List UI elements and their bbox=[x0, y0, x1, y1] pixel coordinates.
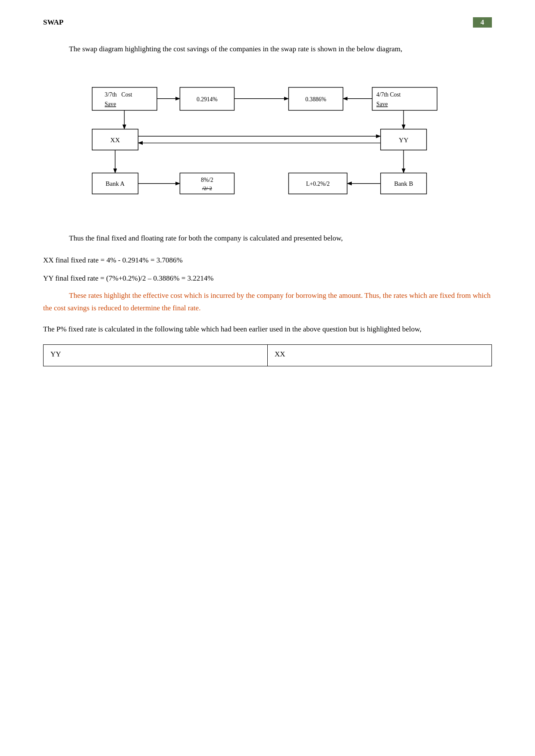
page: SWAP 4 The swap diagram highlighting the… bbox=[0, 0, 535, 756]
formula1: XX final fixed rate = 4% - 0.2914% = 3.7… bbox=[43, 253, 492, 267]
bottom-table: YY XX bbox=[43, 344, 492, 366]
colored-paragraph: These rates highlight the effective cost… bbox=[43, 290, 492, 315]
formula2: YY final fixed rate = (7%+0.2%)/2 – 0.38… bbox=[43, 272, 492, 285]
rate1-label2: /2/ 2 bbox=[202, 185, 212, 191]
header-title: SWAP bbox=[43, 18, 63, 27]
page-number: 4 bbox=[473, 17, 492, 28]
cost-save-xx-box bbox=[92, 87, 156, 110]
pct2-label: 0.3886% bbox=[305, 96, 326, 103]
plain-paragraph: The P% fixed rate is calculated in the f… bbox=[43, 323, 492, 336]
cost-save-xx-label1: 3/7th bbox=[104, 91, 116, 98]
rate2-label: L+0.2%/2 bbox=[306, 181, 329, 187]
cost-save-yy-label1: 4/7th Cost bbox=[376, 91, 400, 98]
table-row: YY XX bbox=[44, 345, 492, 366]
swap-diagram: 3/7th Cost Save 0.2914% 0.3886% 4/7th Co… bbox=[74, 69, 462, 206]
page-header: SWAP 4 bbox=[43, 17, 492, 28]
yy-label: YY bbox=[398, 136, 408, 144]
pct1-label: 0.2914% bbox=[197, 96, 218, 103]
cost-save-yy-label2: Save bbox=[376, 101, 388, 107]
intro-paragraph: The swap diagram highlighting the cost s… bbox=[43, 43, 492, 56]
bankb-label: Bank B bbox=[394, 180, 413, 187]
table-cell-yy: YY bbox=[44, 345, 268, 366]
table-cell-xx: XX bbox=[268, 345, 492, 366]
cost-save-xx-label3: Save bbox=[104, 101, 116, 107]
banka-label: Bank A bbox=[106, 180, 125, 187]
conclusion-intro: Thus the final fixed and floating rate f… bbox=[43, 232, 492, 245]
diagram-container: 3/7th Cost Save 0.2914% 0.3886% 4/7th Co… bbox=[43, 69, 492, 206]
rate1-label1: 8%/2 bbox=[201, 177, 213, 183]
cost-save-xx-label2: Cost bbox=[121, 91, 132, 98]
xx-label: XX bbox=[110, 136, 119, 144]
